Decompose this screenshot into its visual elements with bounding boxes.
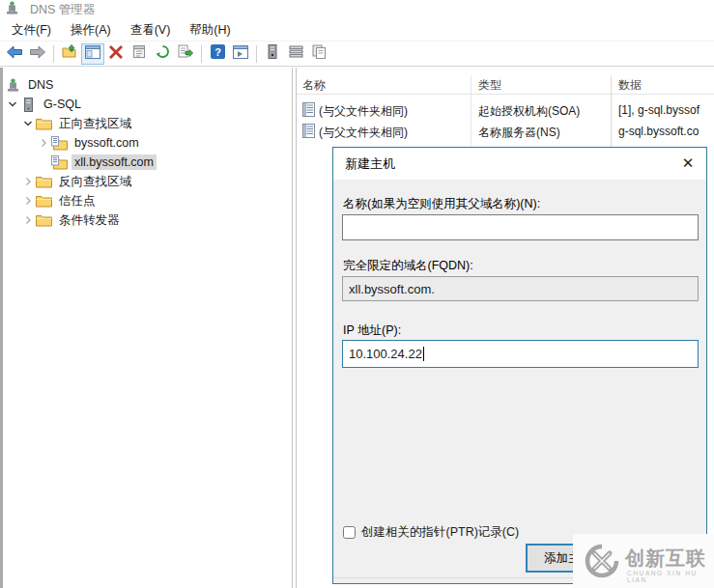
delete-button[interactable] [104,43,128,65]
folder-icon [36,193,52,209]
help-button[interactable]: ? [206,43,229,65]
svg-text:?: ? [214,46,221,58]
tree-item-label: DNS [25,77,56,93]
menu-help[interactable]: 帮助(H) [180,19,240,42]
export-list-button[interactable] [174,43,197,65]
watermark-overlay: 创新互联 CHUANG XIN HU LIAN [573,534,714,588]
tree-item-dns-root[interactable]: DNS [3,75,292,95]
back-arrow-icon [6,45,23,63]
forward-arrow-icon [29,45,46,63]
column-header-type[interactable]: 类型 [478,77,501,94]
fqdn-readonly-field: xll.byssoft.com. [342,276,699,301]
dns-tree: DNS G-SQL 正向查找区域 [3,75,292,230]
create-ptr-checkbox-row[interactable]: 创建相关的指针(PTR)记录(C) [343,524,519,541]
help-icon: ? [211,44,225,63]
header-divider [297,94,714,95]
window-titlebar[interactable]: DNS 管理器 [0,0,714,19]
console-tree-window-icon [85,45,100,63]
record-row-ns[interactable]: (与父文件夹相同) 名称服务器(NS) g-sql.byssoft.co [297,121,714,142]
tree-item-label: 条件转发器 [56,211,123,230]
menu-file[interactable]: 文件(F) [2,19,61,42]
tree-item-forward-lookup-zones[interactable]: 正向查找区域 [3,114,292,133]
watermark-subtitle-text: CHUANG XIN HU LIAN [627,570,714,583]
ip-address-value: 10.100.24.22 [349,347,422,361]
watermark-logo-icon [585,544,619,582]
list-icon [289,45,303,63]
create-ptr-checkbox[interactable] [343,526,356,539]
dns-record-icon [302,124,315,141]
console-tree-pane: DNS G-SQL 正向查找区域 [3,68,292,588]
host-name-label: 名称(如果为空则使用其父域名称)(N): [343,196,540,212]
chevron-down-icon[interactable] [5,97,20,112]
create-ptr-label: 创建相关的指针(PTR)记录(C) [361,524,519,541]
new-window-button[interactable] [229,43,252,65]
server-view-button[interactable] [261,43,284,65]
watermark-brand-text: 创新互联 [625,546,706,572]
window-title: DNS 管理器 [27,1,98,19]
tree-item-zone-byssoft[interactable]: byssoft.com [3,133,292,153]
chevron-right-icon[interactable] [36,135,51,151]
dialog-title: 新建主机 [345,155,395,173]
toolbar-separator [53,45,54,63]
zone-icon [51,135,68,151]
column-header-name[interactable]: 名称 [302,77,326,94]
copy-icon [312,44,327,63]
parent-folder-icon [62,44,78,63]
back-button[interactable] [3,43,26,65]
refresh-button[interactable] [151,43,174,65]
toggle-console-tree-button[interactable] [81,43,104,65]
export-list-icon [178,44,193,63]
server-icon [268,44,277,63]
text-caret [423,347,424,361]
ip-address-label: IP 地址(P): [343,322,401,339]
tree-item-label-selected: xll.byssoft.com [71,154,157,170]
chevron-right-icon[interactable] [20,193,36,209]
close-icon[interactable]: ✕ [671,148,704,179]
properties-button[interactable] [128,43,151,65]
fqdn-value: xll.byssoft.com. [349,282,435,296]
app-icon [5,1,19,19]
chevron-placeholder [36,154,51,170]
host-name-input[interactable] [342,214,699,240]
menu-bar: 文件(F) 操作(A) 查看(V) 帮助(H) [0,19,714,41]
chevron-down-icon[interactable] [20,116,36,131]
tree-item-conditional-forwarders[interactable]: 条件转发器 [3,210,292,230]
delete-x-icon [109,45,123,63]
dns-manager-window: DNS 管理器 文件(F) 操作(A) 查看(V) 帮助(H) [0,0,714,588]
toolbar-separator [256,45,257,63]
dns-record-icon [302,102,315,120]
list-view-button[interactable] [284,43,307,65]
tree-item-zone-xll-byssoft[interactable]: xll.byssoft.com [3,153,292,172]
tree-item-label: byssoft.com [71,135,142,151]
tree-item-reverse-lookup-zones[interactable]: 反向查找区域 [3,172,292,191]
forward-button[interactable] [26,43,49,65]
record-row-soa[interactable]: (与父文件夹相同) 起始授权机构(SOA) [1], g-sql.byssof [297,99,714,121]
record-data: g-sql.byssoft.co [618,125,714,138]
tree-item-trust-points[interactable]: 信任点 [3,191,292,210]
record-data: [1], g-sql.byssof [618,103,714,117]
column-header-data[interactable]: 数据 [618,77,642,94]
folder-icon [36,174,52,189]
folder-icon [36,116,52,131]
record-type: 名称服务器(NS) [478,125,560,141]
list-header: 名称 类型 数据 [297,75,714,95]
new-window-icon [233,45,248,63]
record-type: 起始授权机构(SOA) [478,103,580,120]
pane-splitter[interactable] [292,68,293,588]
chevron-right-icon[interactable] [20,212,36,228]
show-parent-folder-button[interactable] [58,43,81,65]
menu-action[interactable]: 操作(A) [61,19,121,42]
copy-button[interactable] [307,43,330,65]
menu-view[interactable]: 查看(V) [121,19,181,42]
refresh-icon [156,44,170,63]
server-icon [20,97,37,112]
tree-item-label: 正向查找区域 [56,115,134,133]
properties-icon [132,44,146,63]
chevron-right-icon[interactable] [20,174,36,189]
dns-root-icon [5,77,21,93]
ip-address-input[interactable]: 10.100.24.22 [342,340,699,368]
dialog-titlebar[interactable]: 新建主机 ✕ [333,148,706,180]
record-name: (与父文件夹相同) [319,125,408,141]
tree-item-label: G-SQL [41,97,84,112]
tree-item-server-gsql[interactable]: G-SQL [3,95,292,114]
